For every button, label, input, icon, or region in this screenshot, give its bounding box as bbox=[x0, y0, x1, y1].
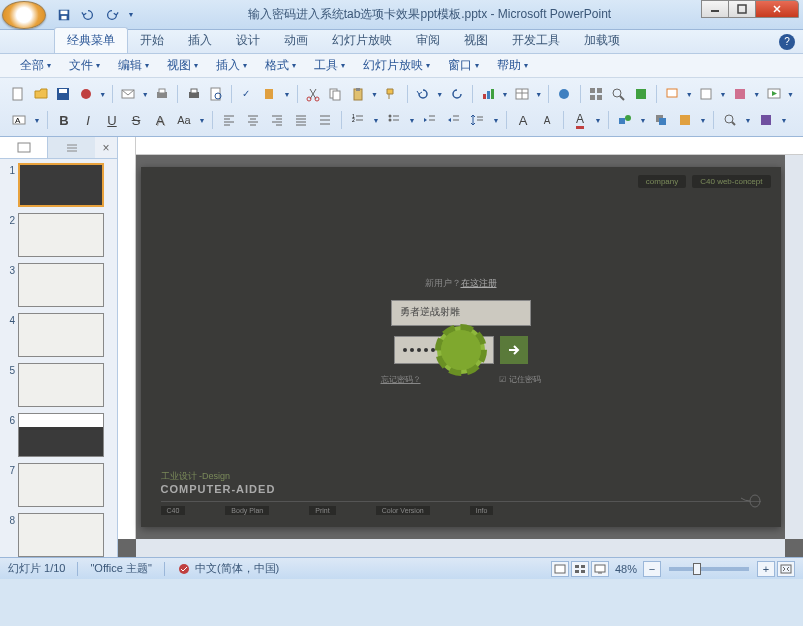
preview-icon[interactable] bbox=[206, 83, 227, 105]
indent-icon[interactable] bbox=[443, 109, 465, 131]
dropdown-icon[interactable]: ▼ bbox=[786, 91, 795, 98]
minimize-button[interactable] bbox=[701, 0, 729, 18]
grid-icon[interactable] bbox=[586, 83, 607, 105]
thumbnail-3[interactable]: 3 bbox=[4, 263, 113, 307]
thumbnail-8[interactable]: 8 bbox=[4, 513, 113, 557]
menu-tools[interactable]: 工具▾ bbox=[306, 54, 353, 77]
maximize-button[interactable] bbox=[728, 0, 756, 18]
vertical-ruler[interactable] bbox=[118, 137, 136, 539]
thumbnail-5[interactable]: 5 bbox=[4, 363, 113, 407]
menu-window[interactable]: 窗口▾ bbox=[440, 54, 487, 77]
menu-file[interactable]: 文件▾ bbox=[61, 54, 108, 77]
thumbnail-4[interactable]: 4 bbox=[4, 313, 113, 357]
tab-insert[interactable]: 插入 bbox=[176, 28, 224, 53]
thumbnail-1[interactable]: 1 bbox=[4, 163, 113, 207]
dropdown-icon[interactable]: ▼ bbox=[685, 91, 694, 98]
tab-review[interactable]: 审阅 bbox=[404, 28, 452, 53]
dropdown-icon[interactable]: ▼ bbox=[32, 117, 42, 124]
thumbnail-list[interactable]: 1 2 3 4 5 6 7 8 bbox=[0, 159, 117, 557]
thumbnail-2[interactable]: 2 bbox=[4, 213, 113, 257]
macro-icon[interactable] bbox=[755, 109, 777, 131]
shadow-icon[interactable]: A bbox=[149, 109, 171, 131]
save-icon[interactable] bbox=[53, 83, 74, 105]
bullets-icon[interactable] bbox=[383, 109, 405, 131]
slide-viewport[interactable]: company C40 web-concept 新用户？在这注册 勇者逆战射雕 bbox=[136, 155, 785, 539]
quickprint-icon[interactable] bbox=[152, 83, 173, 105]
linespace-icon[interactable] bbox=[467, 109, 489, 131]
forgot-link[interactable]: 忘记密码？ bbox=[381, 374, 421, 385]
run-icon[interactable] bbox=[763, 83, 784, 105]
help-icon[interactable]: ? bbox=[779, 34, 795, 50]
bold-icon[interactable]: B bbox=[53, 109, 75, 131]
shapes-icon[interactable] bbox=[614, 109, 636, 131]
remember-checkbox[interactable]: ☑ 记住密码 bbox=[499, 374, 540, 385]
new-icon[interactable] bbox=[8, 83, 29, 105]
dropdown-icon[interactable]: ▼ bbox=[370, 91, 379, 98]
tab-slideshow[interactable]: 幻灯片放映 bbox=[320, 28, 404, 53]
underline-icon[interactable]: U bbox=[101, 109, 123, 131]
color-icon[interactable] bbox=[631, 83, 652, 105]
vertical-scrollbar[interactable] bbox=[785, 155, 803, 539]
fontsize-dec-icon[interactable]: A bbox=[536, 109, 558, 131]
italic-icon[interactable]: I bbox=[77, 109, 99, 131]
dropdown-icon[interactable]: ▼ bbox=[500, 91, 509, 98]
outdent-icon[interactable] bbox=[419, 109, 441, 131]
menu-format[interactable]: 格式▾ bbox=[257, 54, 304, 77]
menu-slideshow[interactable]: 幻灯片放映▾ bbox=[355, 54, 438, 77]
dropdown-icon[interactable]: ▼ bbox=[197, 117, 207, 124]
dropdown-icon[interactable]: ▼ bbox=[435, 91, 444, 98]
office-button[interactable] bbox=[2, 1, 46, 29]
email-icon[interactable] bbox=[118, 83, 139, 105]
dropdown-icon[interactable]: ▼ bbox=[534, 91, 543, 98]
save-icon[interactable] bbox=[54, 5, 74, 25]
tab-view[interactable]: 视图 bbox=[452, 28, 500, 53]
copy-icon[interactable] bbox=[325, 83, 346, 105]
menu-help[interactable]: 帮助▾ bbox=[489, 54, 536, 77]
zoom-out-button[interactable]: − bbox=[643, 561, 661, 577]
panel-close-icon[interactable]: × bbox=[95, 137, 117, 158]
horizontal-ruler[interactable] bbox=[136, 137, 803, 155]
zoom-slider[interactable] bbox=[669, 567, 749, 571]
align-center-icon[interactable] bbox=[242, 109, 264, 131]
tab-animation[interactable]: 动画 bbox=[272, 28, 320, 53]
dropdown-icon[interactable]: ▼ bbox=[593, 117, 603, 124]
paste-icon[interactable] bbox=[347, 83, 368, 105]
design-icon[interactable] bbox=[730, 83, 751, 105]
slide-canvas[interactable]: company C40 web-concept 新用户？在这注册 勇者逆战射雕 bbox=[141, 167, 781, 527]
outline-tab[interactable] bbox=[48, 137, 95, 158]
fontcolor-icon[interactable]: A bbox=[569, 109, 591, 131]
theme-name[interactable]: "Office 主题" bbox=[90, 561, 151, 576]
zoom-icon[interactable] bbox=[608, 83, 629, 105]
numbering-icon[interactable]: 12 bbox=[347, 109, 369, 131]
menu-view[interactable]: 视图▾ bbox=[159, 54, 206, 77]
justify-icon[interactable] bbox=[290, 109, 312, 131]
quickstyle-icon[interactable] bbox=[674, 109, 696, 131]
redo-icon[interactable] bbox=[102, 5, 122, 25]
dropdown-icon[interactable]: ▼ bbox=[638, 117, 648, 124]
table-icon[interactable] bbox=[512, 83, 533, 105]
undo-icon[interactable] bbox=[413, 83, 434, 105]
menu-all[interactable]: 全部▾ bbox=[12, 54, 59, 77]
research-icon[interactable] bbox=[260, 83, 281, 105]
print-icon[interactable] bbox=[183, 83, 204, 105]
dropdown-icon[interactable]: ▼ bbox=[282, 91, 291, 98]
tab-addins[interactable]: 加载项 bbox=[572, 28, 632, 53]
thumbnail-6[interactable]: 6 bbox=[4, 413, 113, 457]
chart-icon[interactable] bbox=[478, 83, 499, 105]
submit-button[interactable] bbox=[500, 336, 528, 364]
menu-edit[interactable]: 编辑▾ bbox=[110, 54, 157, 77]
changecase-icon[interactable]: Aa bbox=[173, 109, 195, 131]
thumbnail-7[interactable]: 7 bbox=[4, 463, 113, 507]
username-input[interactable]: 勇者逆战射雕 bbox=[391, 300, 531, 326]
slide-indicator[interactable]: 幻灯片 1/10 bbox=[8, 561, 65, 576]
tab-home[interactable]: 开始 bbox=[128, 28, 176, 53]
layout-icon[interactable] bbox=[696, 83, 717, 105]
menu-insert[interactable]: 插入▾ bbox=[208, 54, 255, 77]
dropdown-icon[interactable]: ▼ bbox=[371, 117, 381, 124]
find-icon[interactable] bbox=[719, 109, 741, 131]
language-indicator[interactable]: 中文(简体，中国) bbox=[177, 561, 279, 576]
distribute-icon[interactable] bbox=[314, 109, 336, 131]
tab-classic-menu[interactable]: 经典菜单 bbox=[54, 27, 128, 53]
permission-icon[interactable] bbox=[76, 83, 97, 105]
fit-window-button[interactable] bbox=[777, 561, 795, 577]
